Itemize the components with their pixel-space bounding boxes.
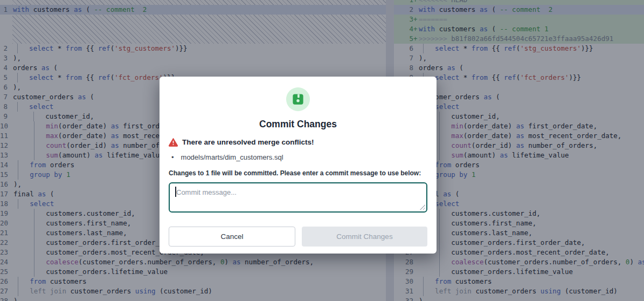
- commit-changes-button[interactable]: Commit Changes: [302, 227, 427, 247]
- commit-caption: Changes to 1 file will be committed. Ple…: [169, 169, 427, 177]
- bullet-icon: •: [171, 153, 174, 161]
- save-icon-circle: [286, 87, 310, 111]
- modal-title: Commit Changes: [169, 119, 427, 130]
- save-icon: [292, 93, 304, 105]
- commit-changes-modal: Commit Changes There are unresolved merg…: [160, 77, 437, 254]
- warning-triangle-icon: [169, 138, 178, 147]
- conflicted-file-path: models/marts/dim_customers.sql: [181, 153, 283, 161]
- text-caret: [175, 187, 176, 197]
- conflicted-file-item: • models/marts/dim_customers.sql: [169, 153, 427, 161]
- commit-message-input[interactable]: [169, 182, 427, 213]
- merge-conflict-warning-text: There are unresolved merge conflicts!: [182, 138, 314, 146]
- cancel-button[interactable]: Cancel: [169, 227, 295, 247]
